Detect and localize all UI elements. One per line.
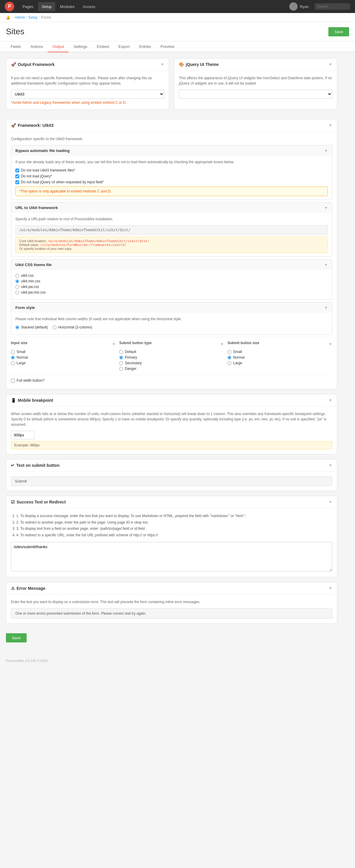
checkbox-uikit3-files-input[interactable] <box>16 168 19 173</box>
mobile-breakpoint-desc: When screen width falls at or below this… <box>11 411 332 427</box>
radio-submit-secondary-input[interactable] <box>119 361 123 365</box>
submit-text-body <box>6 471 337 491</box>
checkbox-uikit3-files: Do not load Uikit3 framework files* <box>16 168 328 173</box>
radio-stacked: Stacked (default) <box>16 325 48 329</box>
error-message-card: ⚠ Error Message ▼ Enter the text you wan… <box>6 582 337 624</box>
tab-fields[interactable]: Fields <box>6 41 26 52</box>
framework-uikit3-card: 🚀 Framework: Uikit3 ▼ Configuration spec… <box>6 119 337 390</box>
success-text-header: ☑ Success Text or Redirect ▼ <box>6 496 337 508</box>
success-text-textarea[interactable]: /sites/submit/thanks <box>11 542 332 571</box>
uikit-css-chevron: ▼ <box>324 263 328 267</box>
framework-uikit3-body: Configuration specific to the Uikit3 fra… <box>6 131 337 389</box>
radio-input-large-input[interactable] <box>11 361 15 365</box>
mobile-breakpoint-input[interactable] <box>11 431 35 439</box>
radio-submit-size-normal-label: Normal <box>233 355 245 360</box>
url-uikit-desc: Specify a URL/path relative to root of P… <box>16 216 328 222</box>
output-framework-title: Output Framework <box>18 62 54 67</box>
nav-access[interactable]: Access <box>79 2 99 11</box>
jquery-ui-header: 🎨 jQuery UI Theme ▼ <box>174 59 337 71</box>
checkbox-jquery-ui-input[interactable] <box>16 180 19 184</box>
tab-settings[interactable]: Settings <box>69 41 92 52</box>
radio-uikit-pw-min-css-input[interactable] <box>16 290 19 294</box>
tab-preview[interactable]: Preview <box>156 41 179 52</box>
default-value-label: Default value: <box>19 243 40 247</box>
form-style-section: Form style ▼ Please note that individual… <box>11 302 332 335</box>
radio-uikit-css-1-label: uikit.css <box>21 274 34 278</box>
jquery-ui-card: 🎨 jQuery UI Theme ▼ This affects the app… <box>174 58 337 110</box>
jquery-ui-theme-select[interactable] <box>179 90 332 99</box>
radio-input-normal-input[interactable] <box>11 355 15 360</box>
save-button-bottom[interactable]: Save <box>6 633 27 643</box>
nav-setup[interactable]: Setup <box>38 2 55 11</box>
logo-icon: P <box>5 2 14 11</box>
radio-submit-size-small-input[interactable] <box>228 350 231 354</box>
radio-horizontal-input[interactable] <box>53 326 57 329</box>
radio-input-small-input[interactable] <box>11 350 15 354</box>
radio-input-normal: Normal <box>11 355 116 360</box>
radio-submit-danger-input[interactable] <box>119 367 123 371</box>
checkbox-uikit3-files-label: Do not load Uikit3 framework files* <box>21 168 75 173</box>
error-message-body: Enter the text you want to display on a … <box>6 594 337 623</box>
radio-submit-default-input[interactable] <box>119 350 123 354</box>
core-location-path: /wire/modules/AdminTheme/AdminThemeUikit… <box>47 239 149 243</box>
radio-uikit-pw-css-input[interactable] <box>16 285 19 289</box>
success-instruction-4: 4. To redirect to a specific URL, enter … <box>16 532 332 539</box>
mobile-breakpoint-header: 📱 Mobile breakpoint ▼ <box>6 394 337 406</box>
radio-uikit-pw-css-label: uikit.pw.css <box>21 285 39 289</box>
error-message-header: ⚠ Error Message ▼ <box>6 582 337 594</box>
radio-submit-primary-input[interactable] <box>119 355 123 360</box>
radio-horizontal-label: Horizontal (2-column) <box>58 325 92 329</box>
radio-uikit-css-1-input[interactable] <box>16 274 19 278</box>
input-size-chevron: ▼ <box>112 342 116 346</box>
save-button-top[interactable]: Save <box>328 27 349 36</box>
mobile-breakpoint-title: Mobile breakpoint <box>18 398 53 403</box>
radio-submit-default-label: Default <box>125 350 136 354</box>
footer: ProcessWire 3.0.135 © 2019 <box>0 653 355 669</box>
success-text-chevron: ▼ <box>329 500 332 504</box>
radio-submit-size-large-input[interactable] <box>228 361 231 365</box>
breadcrumb-sep-0: / <box>13 16 13 20</box>
jquery-ui-chevron: ▼ <box>329 62 332 66</box>
nav-modules[interactable]: Modules <box>57 2 78 11</box>
bypass-fileloading-header[interactable]: Bypass automatic file loading ▼ <box>11 146 332 156</box>
jquery-ui-desc: This affects the appearance of jQuery UI… <box>179 75 332 86</box>
radio-submit-size-large: Large <box>228 361 332 365</box>
tab-output[interactable]: Output <box>48 41 69 52</box>
error-message-icon: ⚠ <box>11 586 15 591</box>
uikit-css-section: Uikit CSS theme file ▼ uikit.css uikit.m… <box>11 259 332 300</box>
submit-text-input[interactable] <box>11 476 332 486</box>
mobile-breakpoint-example: Example: 480px <box>11 441 332 450</box>
user-name: Ryan <box>300 4 309 9</box>
uikit-css-header[interactable]: Uikit CSS theme file ▼ <box>11 259 332 270</box>
radio-submit-size-normal-input[interactable] <box>228 355 231 360</box>
framework-uikit3-icon: 🚀 <box>11 123 16 128</box>
output-framework-card: 🚀 Output Framework ▼ If you do not need … <box>6 58 169 110</box>
form-style-header[interactable]: Form style ▼ <box>11 303 332 313</box>
search-input[interactable] <box>315 3 350 10</box>
breadcrumb-setup[interactable]: Setup <box>28 16 37 20</box>
main-content: 🚀 Output Framework ▼ If you do not need … <box>0 52 343 653</box>
success-instruction-2: 2. To redirect to another page, enter th… <box>16 520 332 526</box>
url-uikit-header[interactable]: URL to Uikit framework ▼ <box>11 203 332 213</box>
tab-export[interactable]: Export <box>114 41 135 52</box>
full-width-button-input[interactable] <box>11 379 15 382</box>
tab-entries[interactable]: Entries <box>134 41 156 52</box>
tab-embed[interactable]: Embed <box>92 41 114 52</box>
jquery-ui-icon: 🎨 <box>179 62 184 67</box>
breadcrumb-sep-1: / <box>26 16 27 20</box>
checkbox-jquery-ui: Do not load jQuery UI when requested by … <box>16 180 328 184</box>
url-uikit-value: /wire/modules/AdminTheme/AdminThemeUikit… <box>16 225 328 235</box>
nav-pages[interactable]: Pages <box>19 2 37 11</box>
tab-actions[interactable]: Actions <box>26 41 48 52</box>
breadcrumb-admin[interactable]: Admin <box>15 16 25 20</box>
checkbox-jquery-input[interactable] <box>16 175 19 178</box>
framework-uikit3-desc: Configuration specific to the Uikit3 fra… <box>11 136 332 142</box>
radio-submit-primary: Primary <box>119 355 224 360</box>
form-style-body: Please note that individual field column… <box>11 313 332 334</box>
output-framework-select[interactable]: Uikit3 Basic Legacy <box>11 90 164 99</box>
radio-submit-danger-label: Danger <box>125 367 137 371</box>
radio-stacked-input[interactable] <box>16 326 19 329</box>
radio-submit-default: Default <box>119 350 224 354</box>
mobile-breakpoint-chevron: ▼ <box>329 398 332 402</box>
radio-uikit-min-css-input[interactable] <box>16 279 19 283</box>
